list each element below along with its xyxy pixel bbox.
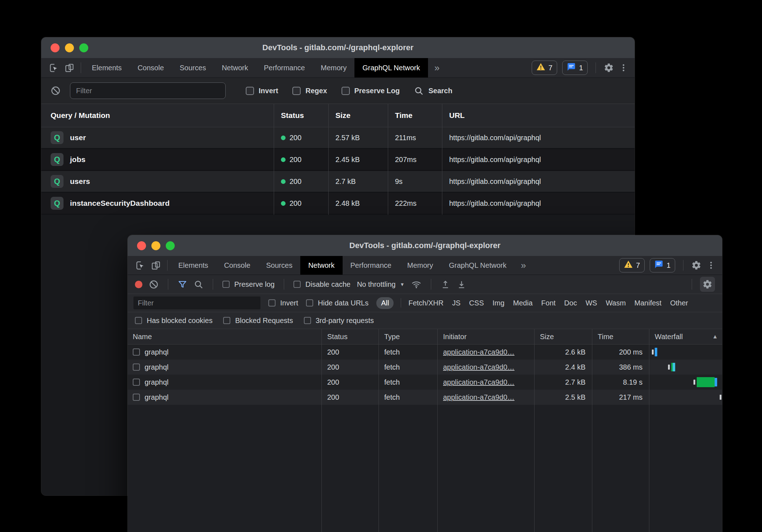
request-initiator-link[interactable]: application-a7ca9d0… bbox=[443, 348, 514, 356]
network-request-row[interactable]: graphql 200 fetch application-a7ca9d0… 2… bbox=[128, 375, 722, 390]
tab-performance[interactable]: Performance bbox=[343, 256, 400, 275]
clear-network-log-icon[interactable] bbox=[149, 280, 159, 289]
tab-console[interactable]: Console bbox=[130, 58, 171, 77]
resource-type-filter-media[interactable]: Media bbox=[513, 299, 532, 307]
resource-type-filter-img[interactable]: Img bbox=[493, 299, 504, 307]
zoom-button[interactable] bbox=[79, 43, 88, 52]
blocked-requests-control[interactable]: Blocked Requests bbox=[223, 317, 293, 325]
column-header-query-mutation[interactable]: Query / Mutation bbox=[41, 104, 274, 127]
minimize-button[interactable] bbox=[151, 241, 160, 250]
row-checkbox[interactable] bbox=[133, 348, 140, 356]
console-messages-badge[interactable]: 1 bbox=[562, 61, 588, 75]
graphql-request-row[interactable]: Q jobs 200 2.45 kB 207ms https://gitlab.… bbox=[41, 149, 635, 171]
import-har-icon[interactable] bbox=[441, 280, 450, 289]
resource-type-filter-other[interactable]: Other bbox=[670, 299, 688, 307]
record-network-log-button[interactable] bbox=[135, 281, 142, 288]
column-header-url[interactable]: URL bbox=[442, 104, 635, 127]
column-header-status[interactable]: Status bbox=[274, 104, 328, 127]
regex-checkbox[interactable] bbox=[292, 87, 301, 95]
column-header-time[interactable]: Time bbox=[388, 104, 442, 127]
settings-gear-icon[interactable] bbox=[604, 63, 614, 73]
console-messages-badge[interactable]: 1 bbox=[650, 258, 675, 272]
has-blocked-cookies-checkbox[interactable] bbox=[135, 317, 142, 324]
resource-type-filter-css[interactable]: CSS bbox=[469, 299, 484, 307]
console-warnings-badge[interactable]: 7 bbox=[619, 258, 645, 272]
network-conditions-icon[interactable] bbox=[411, 279, 422, 290]
graphql-request-row[interactable]: Q users 200 2.7 kB 9s https://gitlab.com… bbox=[41, 171, 635, 193]
invert-control[interactable]: Invert bbox=[268, 299, 298, 307]
row-checkbox[interactable] bbox=[133, 394, 140, 401]
tab-elements[interactable]: Elements bbox=[84, 58, 130, 77]
more-tabs-icon[interactable]: » bbox=[514, 256, 532, 275]
throttling-select[interactable]: No throttling ▼ bbox=[357, 280, 405, 289]
row-checkbox[interactable] bbox=[133, 379, 140, 386]
window-titlebar[interactable]: DevTools - gitlab.com/-/graphql-explorer bbox=[128, 235, 722, 256]
minimize-button[interactable] bbox=[65, 43, 74, 52]
network-request-row[interactable]: graphql 200 fetch application-a7ca9d0… 2… bbox=[128, 360, 722, 375]
resource-type-filter-fetch-xhr[interactable]: Fetch/XHR bbox=[408, 299, 443, 307]
column-header-size[interactable]: Size bbox=[328, 104, 388, 127]
filter-funnel-icon[interactable] bbox=[178, 280, 187, 289]
third-party-requests-checkbox[interactable] bbox=[304, 317, 311, 324]
resource-type-filter-all[interactable]: All bbox=[376, 297, 394, 309]
hide-data-urls-checkbox[interactable] bbox=[306, 299, 313, 307]
preserve-log-checkbox-control[interactable]: Preserve Log bbox=[342, 87, 400, 95]
resource-type-filter-ws[interactable]: WS bbox=[585, 299, 597, 307]
clear-icon[interactable] bbox=[51, 86, 61, 96]
tab-memory[interactable]: Memory bbox=[399, 256, 441, 275]
graphql-request-row[interactable]: Q user 200 2.57 kB 211ms https://gitlab.… bbox=[41, 127, 635, 149]
tab-memory[interactable]: Memory bbox=[313, 58, 354, 77]
zoom-button[interactable] bbox=[166, 241, 175, 250]
tab-network[interactable]: Network bbox=[214, 58, 256, 77]
column-header-type[interactable]: Type bbox=[378, 329, 437, 344]
hide-data-urls-control[interactable]: Hide data URLs bbox=[306, 299, 368, 307]
resource-type-filter-doc[interactable]: Doc bbox=[564, 299, 577, 307]
network-settings-button[interactable] bbox=[700, 277, 715, 292]
more-tabs-icon[interactable]: » bbox=[428, 58, 446, 77]
inspect-element-icon[interactable] bbox=[49, 63, 59, 73]
invert-checkbox-control[interactable]: Invert bbox=[246, 87, 278, 95]
search-control[interactable]: Search bbox=[414, 86, 452, 96]
disable-cache-control[interactable]: Disable cache bbox=[293, 280, 351, 289]
resource-type-filter-wasm[interactable]: Wasm bbox=[606, 299, 626, 307]
kebab-menu-icon[interactable] bbox=[619, 63, 628, 72]
graphql-request-row[interactable]: Q instanceSecurityDashboard 200 2.48 kB … bbox=[41, 193, 635, 215]
invert-checkbox[interactable] bbox=[268, 299, 276, 307]
blocked-requests-checkbox[interactable] bbox=[223, 317, 230, 324]
device-toolbar-icon[interactable] bbox=[65, 63, 74, 73]
column-header-name[interactable]: Name bbox=[128, 329, 321, 344]
search-icon[interactable] bbox=[414, 86, 424, 96]
close-button[interactable] bbox=[51, 43, 60, 52]
disable-cache-checkbox[interactable] bbox=[293, 281, 301, 288]
tab-console[interactable]: Console bbox=[216, 256, 258, 275]
tab-network[interactable]: Network bbox=[300, 256, 342, 275]
network-request-row[interactable]: graphql 200 fetch application-a7ca9d0… 2… bbox=[128, 390, 722, 405]
column-header-initiator[interactable]: Initiator bbox=[437, 329, 534, 344]
resource-type-filter-manifest[interactable]: Manifest bbox=[634, 299, 662, 307]
tab-graphql-network[interactable]: GraphQL Network bbox=[354, 58, 428, 77]
export-har-icon[interactable] bbox=[457, 280, 466, 289]
request-initiator-link[interactable]: application-a7ca9d0… bbox=[443, 363, 514, 371]
request-initiator-link[interactable]: application-a7ca9d0… bbox=[443, 378, 514, 386]
console-warnings-badge[interactable]: 7 bbox=[532, 61, 557, 75]
third-party-requests-control[interactable]: 3rd-party requests bbox=[304, 317, 374, 325]
network-filter-input[interactable] bbox=[133, 296, 260, 309]
column-header-status[interactable]: Status bbox=[321, 329, 378, 344]
window-titlebar[interactable]: DevTools - gitlab.com/-/graphql-explorer bbox=[41, 37, 635, 58]
kebab-menu-icon[interactable] bbox=[706, 261, 716, 270]
resource-type-filter-js[interactable]: JS bbox=[452, 299, 460, 307]
network-request-row[interactable]: graphql 200 fetch application-a7ca9d0… 2… bbox=[128, 345, 722, 360]
tab-sources[interactable]: Sources bbox=[258, 256, 300, 275]
column-header-time[interactable]: Time bbox=[592, 329, 649, 344]
request-initiator-link[interactable]: application-a7ca9d0… bbox=[443, 393, 514, 402]
filter-input[interactable] bbox=[70, 82, 226, 99]
row-checkbox[interactable] bbox=[133, 364, 140, 371]
preserve-log-checkbox[interactable] bbox=[342, 87, 350, 95]
tab-performance[interactable]: Performance bbox=[256, 58, 313, 77]
close-button[interactable] bbox=[137, 241, 146, 250]
tab-elements[interactable]: Elements bbox=[170, 256, 216, 275]
regex-checkbox-control[interactable]: Regex bbox=[292, 87, 327, 95]
search-icon[interactable] bbox=[194, 280, 203, 289]
inspect-element-icon[interactable] bbox=[136, 261, 145, 270]
tab-sources[interactable]: Sources bbox=[172, 58, 214, 77]
